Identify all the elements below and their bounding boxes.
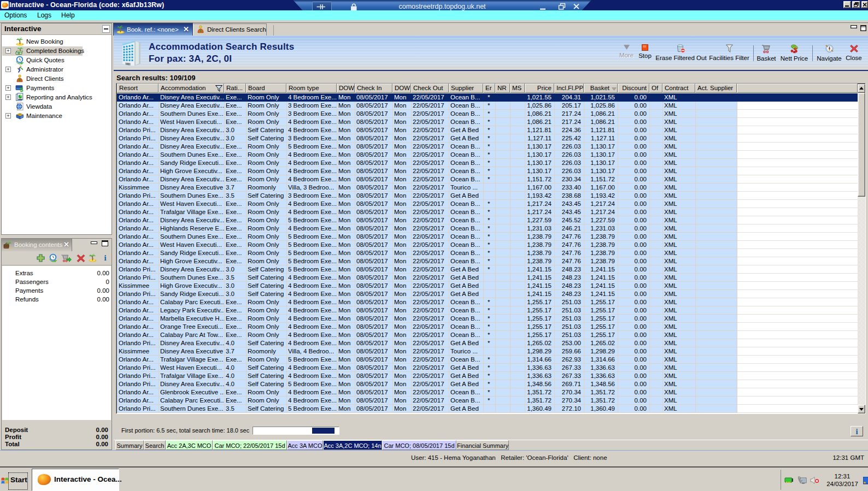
svg-text:i: i bbox=[855, 427, 858, 435]
svg-text:$: $ bbox=[20, 86, 23, 92]
svg-text:i: i bbox=[104, 253, 106, 262]
